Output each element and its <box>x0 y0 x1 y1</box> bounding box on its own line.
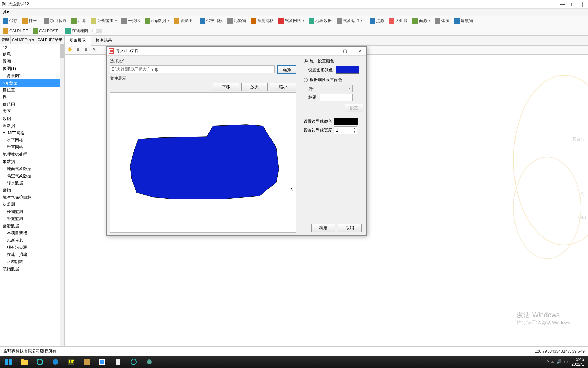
tray-icons[interactable]: ^ 🖧 🔊 中 <box>547 359 568 365</box>
dialog-titlebar[interactable]: 导入shp文件 — ▢ ✕ <box>107 47 366 56</box>
spinner-down-icon[interactable]: ▼ <box>352 130 357 134</box>
factory-button[interactable]: 厂界 <box>69 17 88 25</box>
tree-item[interactable]: 染物 <box>0 187 64 194</box>
tab-predict[interactable]: 预测结果 <box>91 36 117 45</box>
open-button[interactable]: 打开 <box>20 17 39 25</box>
point-source-button[interactable]: 点源 <box>368 17 386 25</box>
tree-item[interactable]: ALMET网格 <box>0 129 64 137</box>
set-button[interactable]: 设置 <box>345 104 363 112</box>
tree-item[interactable]: 类区 <box>0 108 64 115</box>
cancel-button[interactable]: 取消 <box>338 224 362 232</box>
pan-button[interactable]: 平移 <box>213 83 239 91</box>
tree-item[interactable]: 地理数据处理 <box>0 151 64 158</box>
app-icon-2[interactable] <box>80 356 94 367</box>
tree-item[interactable]: 目位置 <box>0 87 64 94</box>
close-icon[interactable]: | <box>582 1 583 7</box>
shape-color-swatch[interactable] <box>336 66 359 74</box>
geo-data-button[interactable]: 地理数据 <box>307 17 334 25</box>
tree-item[interactable]: 在建、拟建 <box>0 251 64 258</box>
online-map-button[interactable]: 在线地图 <box>63 27 90 35</box>
taskbar-date[interactable]: 2022/1 <box>571 362 584 367</box>
tab-graphics[interactable]: 图形展示 <box>65 36 91 46</box>
shp-data-button[interactable]: shp数据▾ <box>143 17 171 25</box>
border-color-swatch[interactable] <box>334 118 358 125</box>
area-source-button[interactable]: 面源▾ <box>410 17 432 25</box>
tree-item[interactable]: 数据 <box>0 115 64 122</box>
taskbar-time[interactable]: 15:46 <box>571 357 584 362</box>
edge-icon[interactable] <box>48 356 63 367</box>
tree-item[interactable]: 价范围 <box>0 101 64 108</box>
tray-net-icon[interactable]: 🖧 <box>551 359 555 365</box>
eval-range-button[interactable]: 评价范围▾ <box>89 17 119 25</box>
unified-color-radio[interactable] <box>304 59 308 63</box>
met-station-button[interactable]: 气象站点▾ <box>334 17 364 25</box>
tree-item[interactable]: 垂直网格 <box>0 144 64 151</box>
left-tab-manage[interactable]: 管理 <box>0 36 11 44</box>
protect-button[interactable]: 保护目标 <box>198 17 225 25</box>
tree-item[interactable]: 本项目新增 <box>0 230 64 237</box>
bg-image-button[interactable]: 背景图 <box>172 17 195 25</box>
tray-vol-icon[interactable]: 🔊 <box>557 359 562 365</box>
tree-item[interactable]: 状监测 <box>0 201 64 208</box>
tree-item[interactable]: 界 <box>0 94 64 101</box>
start-button[interactable] <box>1 356 16 367</box>
tree-item[interactable]: 降水数据 <box>0 180 64 187</box>
tree-item[interactable]: 12 <box>0 45 64 51</box>
shape-preview-canvas[interactable]: ↖ <box>110 92 296 233</box>
tree-item[interactable]: 信息 <box>0 51 64 58</box>
dialog-close-icon[interactable]: ✕ <box>356 48 364 53</box>
left-tab-calmet[interactable]: CALMET结果 <box>11 36 36 44</box>
app-icon-3[interactable] <box>95 356 110 367</box>
zoom-in-icon[interactable]: ⊕ <box>75 47 81 53</box>
save-button[interactable]: 保存 <box>1 17 19 25</box>
calpost-button[interactable]: CALPOST <box>31 27 60 35</box>
zone-button[interactable]: 一类区 <box>119 17 142 25</box>
tree-item[interactable]: 象数据 <box>0 158 64 165</box>
tree-item[interactable]: 现有污染源 <box>0 244 64 251</box>
calpuff-button[interactable]: CALPUFF <box>1 27 30 35</box>
spinner-up-icon[interactable]: ▲ <box>352 127 357 130</box>
attr-combo[interactable] <box>320 85 353 92</box>
pan-icon[interactable]: ✋ <box>67 47 73 53</box>
file-path-input[interactable]: E:\大连测试\厂界大连.shp <box>110 65 275 73</box>
tree-view[interactable]: 12信息景图位图(1)背景图1shp数据目位置界价范围类区数据理数据ALMET网… <box>0 44 64 346</box>
app-icon-6[interactable] <box>142 356 157 367</box>
minimize-icon[interactable]: — <box>560 1 565 7</box>
online-map-toggle[interactable] <box>92 29 102 33</box>
zoom-out-icon[interactable]: ⊖ <box>83 47 89 53</box>
volume-source-button[interactable]: 体源 <box>433 17 452 25</box>
maximize-icon[interactable]: ▢ <box>571 1 575 7</box>
tray-up-icon[interactable]: ^ <box>547 359 549 365</box>
zoom-out-button[interactable]: 缩小 <box>270 83 296 91</box>
border-width-input[interactable] <box>334 128 352 133</box>
pointer-icon[interactable]: ↖ <box>91 47 97 53</box>
tree-item[interactable]: 景图 <box>0 58 64 65</box>
tree-item[interactable]: 地面气象数据 <box>0 165 64 172</box>
by-attr-color-radio[interactable] <box>304 78 308 82</box>
tree-item[interactable]: 水平网格 <box>0 137 64 144</box>
zoom-in-button[interactable]: 放大 <box>241 83 268 91</box>
tree-item[interactable]: 染源数据 <box>0 223 64 230</box>
pollutant-button[interactable]: 污染物 <box>225 17 248 25</box>
left-tab-calpuff[interactable]: CALPUFF结果 <box>36 36 64 44</box>
explorer-icon[interactable] <box>17 356 31 367</box>
border-width-spinner[interactable]: ▲▼ <box>334 126 357 134</box>
ie-icon[interactable] <box>33 356 47 367</box>
app-icon-1[interactable]: UE <box>64 356 78 367</box>
tree-scrollbar[interactable] <box>60 44 64 346</box>
app-icon-4[interactable] <box>111 356 125 367</box>
tree-item[interactable]: 理数据 <box>0 122 64 129</box>
tree-item[interactable]: 筑物数据 <box>0 265 64 273</box>
met-grid-button[interactable]: 气象网格▾ <box>276 17 306 25</box>
tree-item[interactable]: shp数据 <box>0 79 64 87</box>
tree-item[interactable]: 背景图1 <box>0 72 64 79</box>
dialog-minimize-icon[interactable]: — <box>326 48 334 53</box>
tree-item[interactable]: 境空气保护目标 <box>0 194 64 201</box>
tree-item[interactable]: 区域削减 <box>0 258 64 265</box>
tree-item[interactable]: 长期监测 <box>0 208 64 215</box>
title-input[interactable] <box>320 94 353 101</box>
tray-ime[interactable]: 中 <box>564 359 568 365</box>
menu-tools[interactable]: 具▾ <box>3 10 9 14</box>
torch-source-button[interactable]: 火炬源 <box>387 17 410 25</box>
project-pos-button[interactable]: 项目位置 <box>42 17 69 25</box>
